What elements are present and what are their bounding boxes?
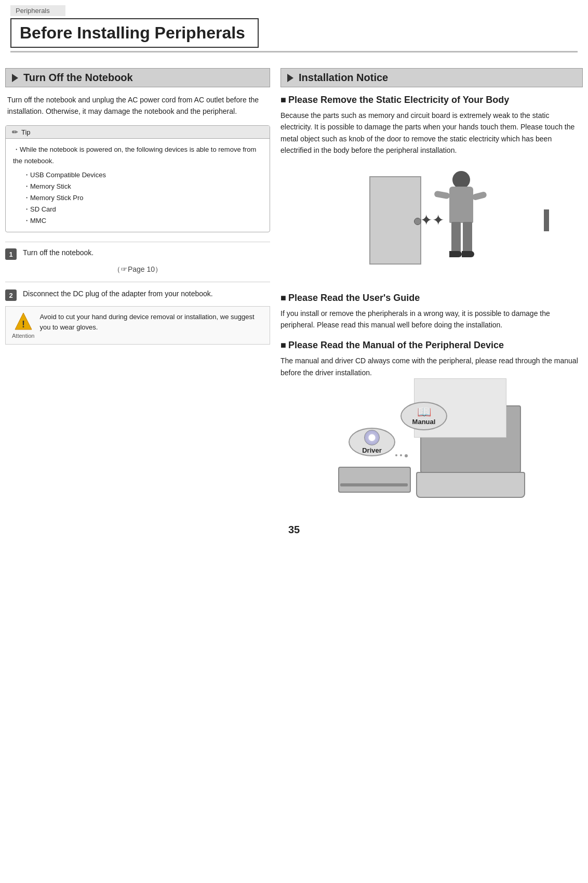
tip-header: ✏ Tip [6, 126, 270, 139]
static-electricity-illustration: ✦✦ [280, 166, 583, 280]
tip-box: ✏ Tip ・While the notebook is powered on,… [5, 125, 270, 232]
attention-text: Avoid to cut your hand during device rem… [39, 312, 263, 332]
sub1-title: Please Remove the Static Electricity of … [280, 95, 583, 106]
person-leg-left [451, 222, 461, 253]
header-divider [10, 51, 578, 52]
right-triangle-icon [287, 74, 293, 82]
triangle-icon [12, 74, 18, 82]
manual-label: Manual [412, 418, 436, 426]
right-section-header: Installation Notice [280, 68, 583, 87]
left-column: Turn Off the Notebook Turn off the noteb… [5, 68, 270, 508]
sub1-text: Because the parts such as memory and cir… [280, 110, 583, 156]
manual-driver-illustration: Driver 📖 Manual [280, 389, 583, 503]
manual-scene: Driver 📖 Manual [333, 389, 530, 503]
dot1 [395, 454, 397, 456]
tip-item-1: ・USB Compatible Devices [13, 169, 262, 181]
dot3 [405, 454, 408, 457]
page-number: 35 [0, 524, 588, 546]
step1-page-ref: （☞Page 10） [5, 265, 270, 274]
right-section-title: Installation Notice [299, 72, 388, 84]
tip-item-5: ・MMC [13, 215, 262, 227]
external-device [338, 467, 411, 493]
svg-text:!: ! [22, 319, 25, 330]
tip-label: Tip [21, 128, 31, 136]
attention-box: ! Attention Avoid to cut your hand durin… [5, 306, 270, 345]
person-arm-left [472, 191, 487, 201]
step2-divider [5, 282, 270, 282]
sub2-title: Please Read the User's Guide [280, 293, 583, 304]
person-leg-right [463, 222, 472, 253]
step1-number: 1 [5, 248, 17, 260]
spark-icon: ✦✦ [420, 212, 444, 229]
breadcrumb: Peripherals [10, 5, 65, 16]
attention-label: Attention [12, 333, 34, 339]
right-column: Installation Notice Please Remove the St… [280, 68, 583, 508]
device-slot [340, 483, 408, 486]
tip-intro: ・While the notebook is powered on, the f… [13, 144, 262, 167]
person-body [449, 187, 473, 223]
step2-number: 2 [5, 289, 17, 301]
step2-text: Disconnect the DC plug of the adapter fr… [23, 288, 213, 299]
tip-item-2: ・Memory Stick [13, 181, 262, 192]
static-scene: ✦✦ [364, 166, 499, 280]
attention-icon-wrap: ! Attention [12, 312, 34, 339]
page-header: Peripherals Before Installing Peripheral… [0, 0, 588, 52]
trail-dots [395, 454, 408, 457]
step1-row: 1 Turn off the notebook. [5, 247, 270, 260]
person-shoe-right [462, 251, 474, 257]
step1-divider [5, 242, 270, 242]
driver-bubble: Driver [349, 428, 395, 456]
cd-disc-icon [364, 430, 380, 445]
step2-row: 2 Disconnect the DC plug of the adapter … [5, 288, 270, 301]
attention-triangle-icon: ! [14, 312, 33, 331]
tip-item-3: ・Memory Stick Pro [13, 192, 262, 204]
laptop-base [416, 472, 525, 498]
tip-icon: ✏ [12, 128, 18, 136]
step1-text: Turn off the notebook. [23, 247, 93, 258]
tip-item-4: ・SD Card [13, 204, 262, 215]
driver-label: Driver [362, 446, 382, 454]
person-tie [544, 209, 549, 231]
dot2 [400, 454, 402, 456]
left-body-text: Turn off the notebook and unplug the AC … [5, 95, 270, 117]
manual-bubble: 📖 Manual [400, 402, 447, 430]
main-content: Turn Off the Notebook Turn off the noteb… [0, 68, 588, 508]
sub3-title: Please Read the Manual of the Peripheral… [280, 340, 583, 351]
person-shoe-left [449, 251, 462, 257]
left-section-title: Turn Off the Notebook [23, 72, 133, 84]
manual-book-icon: 📖 [417, 406, 431, 418]
sub3-text: The manual and driver CD always come wit… [280, 355, 583, 378]
tip-content: ・While the notebook is powered on, the f… [6, 139, 270, 232]
wall [369, 176, 421, 265]
left-section-header: Turn Off the Notebook [5, 68, 270, 87]
person-arm-right [434, 190, 450, 199]
sub2-text: If you install or remove the pheripheral… [280, 308, 583, 331]
page-title: Before Installing Peripherals [10, 18, 259, 48]
person-head [452, 171, 470, 189]
